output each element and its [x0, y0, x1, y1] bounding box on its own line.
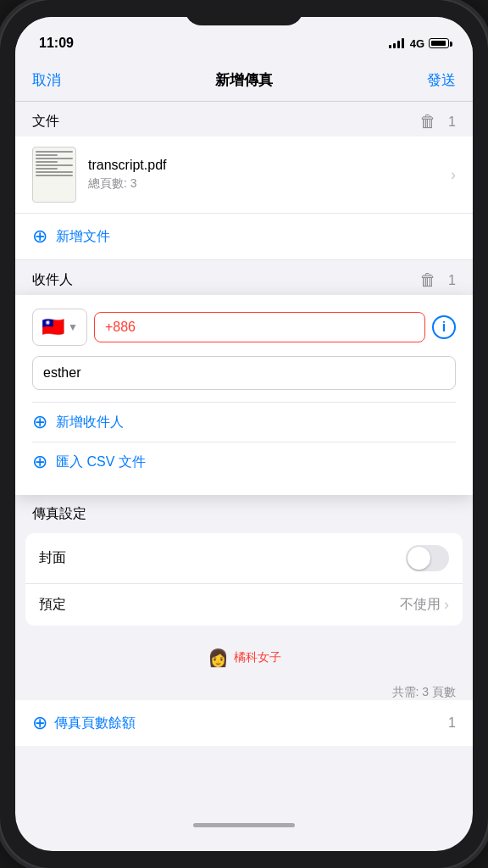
recipients-label: 收件人 [32, 271, 73, 289]
schedule-label: 預定 [39, 596, 66, 614]
documents-count: 1 [448, 114, 456, 130]
notch [185, 0, 303, 25]
add-document-icon: ⊕ [32, 225, 47, 248]
send-button[interactable]: 發送 [427, 70, 456, 90]
network-label: 4G [410, 37, 424, 50]
recipients-count: 1 [448, 273, 456, 288]
page-title: 新增傳真 [215, 70, 273, 90]
fax-settings-label: 傳真設定 [32, 506, 86, 520]
cancel-button[interactable]: 取消 [32, 70, 61, 90]
doc-info: transcript.pdf 總頁數: 3 [88, 158, 439, 192]
cover-toggle[interactable] [406, 545, 449, 571]
nav-bar: 取消 新增傳真 發送 [15, 59, 473, 102]
country-dropdown-arrow-icon: ▼ [68, 321, 78, 333]
phone-input-wrapper [94, 312, 425, 342]
schedule-chevron-icon: › [444, 596, 449, 614]
cover-setting-row: 封面 [25, 533, 463, 584]
documents-controls: 🗑 1 [419, 112, 456, 131]
bottom-bar: ⊕ 傳真頁數餘額 1 [15, 700, 473, 746]
phone-row: 🇹🇼 ▼ i [32, 309, 456, 346]
branding-text: 橘科女子 [234, 650, 281, 665]
doc-chevron-icon: › [451, 166, 456, 184]
document-row[interactable]: transcript.pdf 總頁數: 3 › [15, 136, 473, 214]
schedule-setting-row[interactable]: 預定 不使用 › [25, 584, 463, 626]
status-icons: 4G [389, 37, 449, 50]
taiwan-flag-icon: 🇹🇼 [42, 316, 64, 338]
settings-card: 封面 預定 不使用 › [25, 533, 463, 626]
phone-screen: 11:09 4G 取消 新增傳真 發送 文件 [15, 17, 473, 851]
pages-total: 共需: 3 頁數 [15, 685, 473, 700]
branding-emoji: 👩 [208, 648, 229, 668]
fax-pages-count: 1 [448, 715, 456, 731]
info-button[interactable]: i [432, 315, 456, 339]
recipients-trash-icon[interactable]: 🗑 [419, 270, 436, 290]
add-document-label: 新增文件 [56, 228, 110, 246]
recipient-name-input[interactable] [32, 356, 456, 390]
home-indicator [193, 823, 295, 827]
fax-pages-add-icon: ⊕ [32, 712, 47, 734]
schedule-value-text: 不使用 [400, 596, 441, 614]
phone-frame: 11:09 4G 取消 新增傳真 發送 文件 [0, 0, 488, 868]
documents-trash-icon[interactable]: 🗑 [419, 112, 436, 131]
signal-icon [389, 38, 404, 48]
import-csv-label: 匯入 CSV 文件 [56, 453, 146, 471]
cover-label: 封面 [39, 549, 66, 567]
documents-label: 文件 [32, 113, 59, 131]
battery-icon [429, 38, 449, 48]
branding-row: 👩 橘科女子 [15, 631, 473, 685]
add-recipient-icon: ⊕ [32, 411, 47, 433]
fax-pages-label: 傳真頁數餘額 [54, 715, 136, 732]
country-selector[interactable]: 🇹🇼 ▼ [32, 309, 87, 346]
status-time: 11:09 [39, 36, 74, 51]
documents-section-header: 文件 🗑 1 [15, 102, 473, 136]
schedule-value: 不使用 › [400, 596, 449, 614]
doc-thumbnail [32, 147, 76, 203]
import-csv-icon: ⊕ [32, 451, 47, 473]
doc-page-info: 總頁數: 3 [88, 176, 439, 192]
recipients-controls: 🗑 1 [419, 270, 456, 290]
recipients-section-header: 收件人 🗑 1 [15, 260, 473, 295]
fax-settings-section: 傳真設定 [15, 495, 473, 528]
phone-input[interactable] [94, 312, 425, 342]
add-recipient-label: 新增收件人 [56, 414, 124, 431]
recipient-card: 🇹🇼 ▼ i ⊕ 新增收件人 ⊕ 匯入 CSV 文件 [15, 295, 473, 495]
doc-filename: transcript.pdf [88, 158, 439, 173]
add-recipient-row[interactable]: ⊕ 新增收件人 [32, 402, 456, 442]
fax-pages-button[interactable]: ⊕ 傳真頁數餘額 [32, 712, 136, 734]
import-csv-row[interactable]: ⊕ 匯入 CSV 文件 [32, 442, 456, 481]
add-document-row[interactable]: ⊕ 新增文件 [15, 214, 473, 260]
